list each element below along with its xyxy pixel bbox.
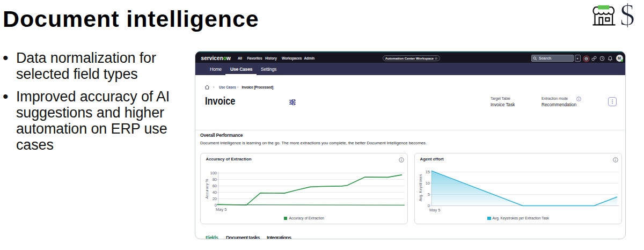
svg-text:80: 80 [213, 177, 217, 182]
svg-text:10: 10 [426, 181, 430, 186]
svg-text:May 5: May 5 [429, 208, 440, 212]
svg-text:Accuracy %: Accuracy % [205, 179, 209, 199]
svg-text:20: 20 [213, 196, 217, 201]
svg-text:Avg. Keystrokes: Avg. Keystrokes [419, 174, 423, 201]
svg-text:60: 60 [213, 183, 217, 188]
svg-text:100: 100 [210, 171, 217, 175]
svg-text:40: 40 [213, 190, 217, 195]
svg-text:5: 5 [428, 192, 430, 197]
svg-text:15: 15 [426, 170, 430, 174]
svg-text:May 5: May 5 [216, 207, 226, 212]
